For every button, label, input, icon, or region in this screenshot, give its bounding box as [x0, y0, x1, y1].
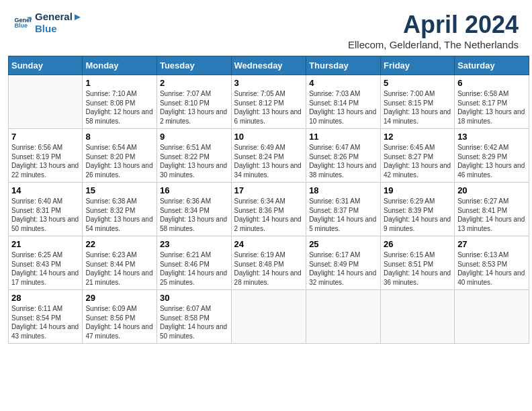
- day-number: 18: [309, 185, 378, 195]
- logo-text: General►: [35, 11, 83, 23]
- day-number: 23: [160, 239, 228, 249]
- day-number: 13: [457, 132, 526, 142]
- calendar-day-cell: 11Sunrise: 6:47 AMSunset: 8:26 PMDayligh…: [306, 129, 381, 183]
- day-number: 3: [234, 78, 304, 88]
- day-number: 11: [309, 132, 378, 142]
- day-info: Sunrise: 6:31 AMSunset: 8:37 PMDaylight:…: [309, 197, 378, 233]
- day-number: 28: [11, 293, 79, 303]
- day-info: Sunrise: 6:21 AMSunset: 8:46 PMDaylight:…: [160, 250, 228, 287]
- day-info: Sunrise: 6:27 AMSunset: 8:41 PMDaylight:…: [457, 197, 526, 233]
- calendar-day-cell: [381, 290, 455, 344]
- calendar-day-cell: 10Sunrise: 6:49 AMSunset: 8:24 PMDayligh…: [231, 129, 306, 183]
- day-info: Sunrise: 6:42 AMSunset: 8:29 PMDaylight:…: [457, 143, 526, 179]
- day-number: 26: [384, 239, 451, 249]
- day-info: Sunrise: 6:11 AMSunset: 8:54 PMDaylight:…: [11, 304, 79, 340]
- day-number: 20: [457, 185, 526, 195]
- day-of-week-header: Wednesday: [231, 56, 306, 75]
- day-of-week-header: Tuesday: [157, 56, 231, 75]
- calendar-day-cell: 25Sunrise: 6:17 AMSunset: 8:49 PMDayligh…: [306, 236, 381, 290]
- day-number: 12: [384, 132, 451, 142]
- calendar-day-cell: [9, 75, 83, 129]
- day-info: Sunrise: 6:19 AMSunset: 8:48 PMDaylight:…: [234, 250, 304, 287]
- day-info: Sunrise: 7:05 AMSunset: 8:12 PMDaylight:…: [234, 89, 304, 126]
- day-info: Sunrise: 7:07 AMSunset: 8:10 PMDaylight:…: [160, 89, 228, 126]
- logo: General Blue General► Blue: [13, 11, 83, 35]
- day-info: Sunrise: 6:45 AMSunset: 8:27 PMDaylight:…: [384, 143, 451, 179]
- day-info: Sunrise: 6:25 AMSunset: 8:43 PMDaylight:…: [11, 250, 79, 287]
- day-number: 16: [160, 185, 228, 195]
- calendar-day-cell: 8Sunrise: 6:54 AMSunset: 8:20 PMDaylight…: [83, 129, 157, 183]
- day-info: Sunrise: 6:36 AMSunset: 8:34 PMDaylight:…: [160, 197, 228, 233]
- calendar-day-cell: 7Sunrise: 6:56 AMSunset: 8:19 PMDaylight…: [9, 129, 83, 183]
- calendar-day-cell: 22Sunrise: 6:23 AMSunset: 8:44 PMDayligh…: [83, 236, 157, 290]
- day-info: Sunrise: 6:40 AMSunset: 8:31 PMDaylight:…: [11, 197, 79, 233]
- day-number: 14: [11, 185, 79, 195]
- calendar-day-cell: 21Sunrise: 6:25 AMSunset: 8:43 PMDayligh…: [9, 236, 83, 290]
- day-number: 24: [234, 239, 304, 249]
- calendar-week-row: 21Sunrise: 6:25 AMSunset: 8:43 PMDayligh…: [9, 236, 529, 290]
- calendar-week-row: 14Sunrise: 6:40 AMSunset: 8:31 PMDayligh…: [9, 183, 529, 236]
- calendar-day-cell: 16Sunrise: 6:36 AMSunset: 8:34 PMDayligh…: [157, 183, 231, 236]
- calendar-week-row: 28Sunrise: 6:11 AMSunset: 8:54 PMDayligh…: [9, 290, 529, 344]
- calendar-day-cell: 3Sunrise: 7:05 AMSunset: 8:12 PMDaylight…: [231, 75, 306, 129]
- day-number: 9: [160, 132, 228, 142]
- day-info: Sunrise: 6:56 AMSunset: 8:19 PMDaylight:…: [11, 143, 79, 179]
- calendar-day-cell: 19Sunrise: 6:29 AMSunset: 8:39 PMDayligh…: [381, 183, 455, 236]
- day-of-week-header: Sunday: [9, 56, 83, 75]
- day-number: 15: [85, 185, 154, 195]
- day-info: Sunrise: 6:49 AMSunset: 8:24 PMDaylight:…: [234, 143, 304, 179]
- title-block: April 2024 Ellecom, Gelderland, The Neth…: [348, 11, 519, 50]
- day-number: 6: [457, 78, 526, 88]
- calendar-day-cell: 20Sunrise: 6:27 AMSunset: 8:41 PMDayligh…: [455, 183, 529, 236]
- day-number: 22: [85, 239, 154, 249]
- calendar-table: SundayMondayTuesdayWednesdayThursdayFrid…: [8, 56, 529, 344]
- calendar-day-cell: 23Sunrise: 6:21 AMSunset: 8:46 PMDayligh…: [157, 236, 231, 290]
- calendar-day-cell: [231, 290, 306, 344]
- page-header: General Blue General► Blue April 2024 El…: [0, 0, 532, 56]
- calendar-day-cell: 13Sunrise: 6:42 AMSunset: 8:29 PMDayligh…: [455, 129, 529, 183]
- day-number: 10: [234, 132, 304, 142]
- calendar-day-cell: 9Sunrise: 6:51 AMSunset: 8:22 PMDaylight…: [157, 129, 231, 183]
- day-of-week-header: Friday: [381, 56, 455, 75]
- day-number: 8: [85, 132, 154, 142]
- day-number: 1: [85, 78, 154, 88]
- calendar-day-cell: 24Sunrise: 6:19 AMSunset: 8:48 PMDayligh…: [231, 236, 306, 290]
- day-number: 25: [309, 239, 378, 249]
- day-info: Sunrise: 6:51 AMSunset: 8:22 PMDaylight:…: [160, 143, 228, 179]
- calendar-day-cell: 26Sunrise: 6:15 AMSunset: 8:51 PMDayligh…: [381, 236, 455, 290]
- day-info: Sunrise: 6:47 AMSunset: 8:26 PMDaylight:…: [309, 143, 378, 179]
- calendar-day-cell: 2Sunrise: 7:07 AMSunset: 8:10 PMDaylight…: [157, 75, 231, 129]
- month-year-title: April 2024: [348, 11, 519, 39]
- day-of-week-header: Saturday: [455, 56, 529, 75]
- calendar-day-cell: 12Sunrise: 6:45 AMSunset: 8:27 PMDayligh…: [381, 129, 455, 183]
- logo-icon: General Blue: [13, 13, 32, 32]
- calendar-day-cell: 27Sunrise: 6:13 AMSunset: 8:53 PMDayligh…: [455, 236, 529, 290]
- day-number: 5: [384, 78, 451, 88]
- calendar-week-row: 7Sunrise: 6:56 AMSunset: 8:19 PMDaylight…: [9, 129, 529, 183]
- day-info: Sunrise: 6:09 AMSunset: 8:56 PMDaylight:…: [85, 304, 154, 340]
- day-info: Sunrise: 6:34 AMSunset: 8:36 PMDaylight:…: [234, 197, 304, 233]
- day-of-week-header: Monday: [83, 56, 157, 75]
- calendar-day-cell: 17Sunrise: 6:34 AMSunset: 8:36 PMDayligh…: [231, 183, 306, 236]
- day-info: Sunrise: 6:38 AMSunset: 8:32 PMDaylight:…: [85, 197, 154, 233]
- day-number: 17: [234, 185, 304, 195]
- calendar-day-cell: 5Sunrise: 7:00 AMSunset: 8:15 PMDaylight…: [381, 75, 455, 129]
- day-info: Sunrise: 7:10 AMSunset: 8:08 PMDaylight:…: [85, 89, 154, 126]
- day-info: Sunrise: 6:17 AMSunset: 8:49 PMDaylight:…: [309, 250, 378, 287]
- day-number: 4: [309, 78, 378, 88]
- svg-text:Blue: Blue: [14, 22, 28, 29]
- calendar-container: SundayMondayTuesdayWednesdayThursdayFrid…: [0, 56, 532, 349]
- day-number: 2: [160, 78, 228, 88]
- day-info: Sunrise: 6:58 AMSunset: 8:17 PMDaylight:…: [457, 89, 526, 126]
- day-number: 30: [160, 293, 228, 303]
- day-number: 27: [457, 239, 526, 249]
- day-info: Sunrise: 6:15 AMSunset: 8:51 PMDaylight:…: [384, 250, 451, 287]
- calendar-day-cell: 1Sunrise: 7:10 AMSunset: 8:08 PMDaylight…: [83, 75, 157, 129]
- calendar-day-cell: 29Sunrise: 6:09 AMSunset: 8:56 PMDayligh…: [83, 290, 157, 344]
- calendar-day-cell: 15Sunrise: 6:38 AMSunset: 8:32 PMDayligh…: [83, 183, 157, 236]
- calendar-day-cell: [455, 290, 529, 344]
- day-number: 29: [85, 293, 154, 303]
- calendar-week-row: 1Sunrise: 7:10 AMSunset: 8:08 PMDaylight…: [9, 75, 529, 129]
- day-number: 7: [11, 132, 79, 142]
- calendar-day-cell: 6Sunrise: 6:58 AMSunset: 8:17 PMDaylight…: [455, 75, 529, 129]
